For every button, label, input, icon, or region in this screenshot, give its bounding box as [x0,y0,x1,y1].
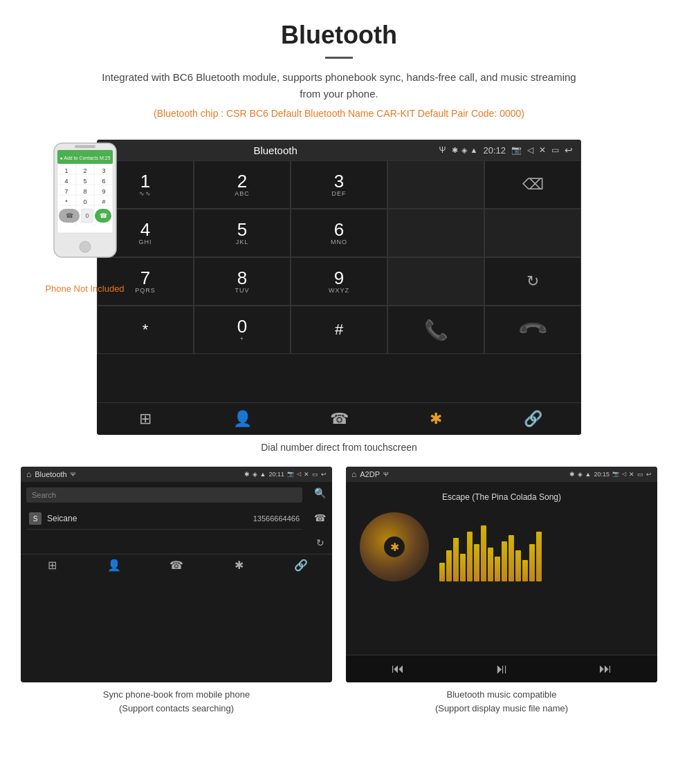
svg-text:☎: ☎ [99,212,107,219]
eq-visualization [439,519,650,581]
pb-phone-icon[interactable]: ☎ [145,559,208,572]
mini-close: ✕ [304,471,309,478]
eq-bar-7 [488,548,493,582]
music-back: ↩ [646,471,652,478]
grid-icon[interactable]: ⊞ [97,410,194,428]
svg-text:2: 2 [83,167,86,174]
svg-text:0: 0 [83,198,86,205]
key-2[interactable]: 2ABC [194,160,291,209]
eq-bar-2 [453,538,459,581]
svg-text:*: * [65,198,68,205]
phonebook-title: Bluetooth [35,470,66,478]
music-cam: 📷 [612,471,619,478]
music-loc-icon: ◈ [578,471,583,478]
music-player-row: ✱ [353,512,650,588]
location-icon: ◈ [461,146,467,155]
empty-cell-1 [387,209,484,257]
contacts-icon[interactable]: 👤 [194,410,291,428]
eq-bar-3 [460,554,466,582]
eq-bar-1 [446,550,452,581]
dial-bottom-bar: ⊞ 👤 ☎ ✱ 🔗 [97,402,581,435]
phonebook-bottom-bar: ⊞ 👤 ☎ ✱ 🔗 [21,554,332,576]
eq-bar-10 [508,535,514,582]
phonebook-statusbar: ⌂ Bluetooth Ψ ✱ ◈ ▲ 20:11 📷 ◁ ✕ ▭ ↩ [21,467,332,482]
camera-icon[interactable]: 📷 [511,145,522,155]
eq-bar-12 [522,560,528,582]
music-home-icon[interactable]: ⌂ [351,469,356,479]
page-title: Bluetooth [42,21,636,50]
key-8[interactable]: 8TUV [194,257,291,306]
key-9[interactable]: 9WXYZ [291,257,387,306]
backspace-key[interactable]: ⌫ [484,160,581,209]
phonebook-right-icons: 🔍 ☎ ↻ [308,482,332,554]
svg-text:#: # [102,198,105,205]
next-track-btn[interactable]: ⏭ [553,661,657,677]
bt-music-icon: ✱ [390,541,399,554]
mini-back: ↩ [321,471,327,478]
dial-caption: Dial number direct from touchscreen [0,442,678,453]
key-0[interactable]: 0+ [194,306,291,354]
dialpad: 1∿∿ 2ABC 3DEF ⌫ 4GHI 5JKL [97,160,581,402]
key-hash[interactable]: # [291,306,387,354]
mini-vol: ◁ [297,471,301,478]
music-status-right: ✱ ◈ ▲ 20:15 📷 ◁ ✕ ▭ ↩ [569,471,652,478]
key-5[interactable]: 5JKL [194,209,291,257]
link-icon[interactable]: 🔗 [484,410,581,428]
mini-loc-icon: ◈ [253,471,257,478]
search-bar[interactable]: Search [26,487,302,503]
svg-text:7: 7 [64,188,68,195]
status-time: 20:12 [483,145,506,156]
bottom-screens: ⌂ Bluetooth Ψ ✱ ◈ ▲ 20:11 📷 ◁ ✕ ▭ ↩ [0,467,678,715]
pb-contacts-icon[interactable]: 👤 [83,559,145,572]
music-usb-icon: Ψ [383,471,389,478]
back-icon[interactable]: ↩ [565,144,573,156]
phone-icon[interactable]: ☎ [291,410,387,428]
svg-text:☎: ☎ [65,212,73,219]
phonebook-time: 20:11 [268,471,284,478]
pb-bt-icon[interactable]: ✱ [208,559,270,572]
music-screen-title: A2DP [360,470,380,478]
contact-letter: S [29,512,42,525]
phonebook-content: Search S Seicane 13566664466 [21,482,308,535]
title-divider [325,57,353,59]
close-icon[interactable]: ✕ [539,145,546,155]
search-side-icon[interactable]: 🔍 [314,487,326,498]
phone-not-included-label: Phone Not Included [21,283,149,294]
phone-image-section: ● Add to Contacts M:25 1 2 3 4 5 6 7 8 9… [21,140,149,294]
key-6[interactable]: 6MNO [291,209,387,257]
dial-screen-title: Bluetooth [118,144,434,156]
svg-rect-30 [75,145,95,148]
phonebook-status-right: ✱ ◈ ▲ 20:11 📷 ◁ ✕ ▭ ↩ [244,471,327,478]
contact-row[interactable]: S Seicane 13566664466 [26,508,302,530]
svg-text:0: 0 [85,212,89,219]
key-star[interactable]: * [97,306,194,354]
prev-track-btn[interactable]: ⏮ [346,661,450,677]
music-caption: Bluetooth music compatible (Support disp… [346,688,657,715]
pb-link-icon[interactable]: 🔗 [270,559,332,572]
pb-grid-icon[interactable]: ⊞ [21,559,83,572]
redial-key[interactable]: ↻ [484,257,581,306]
contact-name: Seicane [47,514,77,523]
phonebook-main: Search S Seicane 13566664466 🔍 ☎ ↻ [21,482,332,554]
music-bottom-bar: ⏮ ⏯ ⏭ [346,655,657,682]
end-call-button[interactable]: 📞 [484,306,581,354]
bluetooth-bar-icon[interactable]: ✱ [387,410,484,428]
phone-side-icon[interactable]: ☎ [314,512,326,523]
page-description: Integrated with BC6 Bluetooth module, su… [97,69,581,102]
music-screen-wrap: ⌂ A2DP Ψ ✱ ◈ ▲ 20:15 📷 ◁ ✕ ▭ ↩ Escape (T… [346,467,657,715]
eq-bar-9 [502,541,507,582]
window-icon[interactable]: ▭ [551,145,559,155]
key-3[interactable]: 3DEF [291,160,387,209]
svg-text:9: 9 [102,188,105,195]
music-statusbar: ⌂ A2DP Ψ ✱ ◈ ▲ 20:15 📷 ◁ ✕ ▭ ↩ [346,467,657,482]
play-pause-btn[interactable]: ⏯ [450,661,553,677]
refresh-side-icon[interactable]: ↻ [316,537,324,548]
page-header: Bluetooth Integrated with BC6 Bluetooth … [0,0,678,140]
volume-icon[interactable]: ◁ [527,145,533,155]
music-content: Escape (The Pina Colada Song) ✱ [346,482,657,655]
mini-home-icon[interactable]: ⌂ [26,469,31,479]
svg-point-29 [80,241,91,252]
phone-svg: ● Add to Contacts M:25 1 2 3 4 5 6 7 8 9… [44,140,127,278]
eq-bar-4 [467,532,473,581]
call-button[interactable]: 📞 [387,306,484,354]
